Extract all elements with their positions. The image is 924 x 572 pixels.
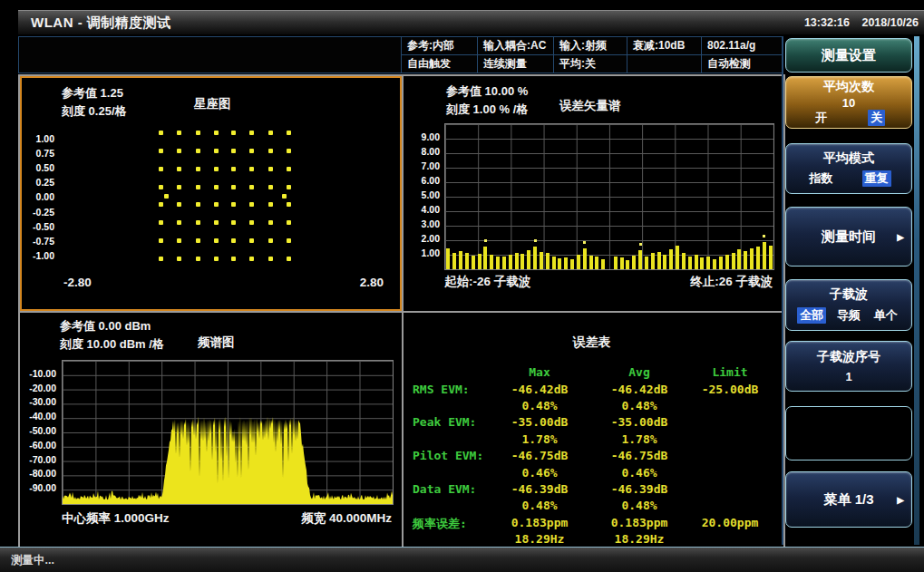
sidebar-scroll-strip xyxy=(914,36,919,545)
evm-grid xyxy=(444,123,774,270)
softkey-measure-setup[interactable]: 测量设置 xyxy=(785,38,912,73)
softkey-subcarrier-index[interactable]: 子载波序号1 xyxy=(785,341,912,392)
y-tick-label: 1.00 xyxy=(24,133,54,144)
constellation-panel[interactable]: 参考值 1.25 刻度 0.25/格 星座图 -2.80 2.80 1.000.… xyxy=(20,76,402,311)
evm-bar xyxy=(669,249,673,269)
clock: 13:32:16 2018/10/26 xyxy=(795,16,919,29)
evm-end-label: 终止:26 子载波 xyxy=(690,274,773,290)
constellation-point xyxy=(196,257,200,261)
constellation-point xyxy=(231,167,236,171)
spectrum-center-freq: 中心频率 1.000GHz xyxy=(62,510,170,527)
softkey-options: 开关 xyxy=(793,110,904,126)
softkey-measure-time[interactable]: 测量时间▶ xyxy=(785,207,912,267)
cell-value: -35.00dB xyxy=(492,415,587,429)
evm-bar xyxy=(595,257,598,269)
error-table-header: MaxAvgLimit xyxy=(404,365,780,382)
constellation-plot xyxy=(22,78,400,309)
option-导频[interactable]: 导频 xyxy=(834,307,863,324)
softkey-blank[interactable] xyxy=(785,406,912,461)
constellation-point xyxy=(268,238,273,243)
option-全部[interactable]: 全部 xyxy=(797,307,826,324)
evm-bar xyxy=(570,259,574,269)
softkey-title: 平均次数 xyxy=(793,79,904,95)
option-重复[interactable]: 重复 xyxy=(862,170,891,187)
evm-spectrum-panel[interactable]: 参考值 10.00 % 刻度 1.00 % /格 误差矢量谱 起始:-26 子载… xyxy=(404,76,780,311)
evm-bar xyxy=(577,255,580,269)
y-tick-label: 6.00 xyxy=(405,175,440,186)
error-table-row: Pilot EVM:-46.75dB-46.75dB xyxy=(404,449,780,465)
evm-start-label: 起始:-26 子载波 xyxy=(444,274,530,290)
error-table-row: 频率误差:0.183ppm0.183ppm20.00ppm xyxy=(404,516,780,532)
evm-bar xyxy=(750,248,754,269)
cell-value: 0.48% xyxy=(592,499,686,512)
y-tick-label: 2.00 xyxy=(405,233,440,244)
constellation-point xyxy=(214,238,219,243)
cell-value: -46.39dB xyxy=(492,482,587,496)
evm-bar xyxy=(732,253,735,269)
y-tick-label: -10.00 xyxy=(22,368,56,379)
y-tick-label: -30.00 xyxy=(22,396,56,407)
softkey-average-count[interactable]: 平均次数10开关 xyxy=(785,76,912,129)
evm-bar xyxy=(713,259,716,269)
status-bar: 测量中... xyxy=(0,547,924,572)
evm-bar xyxy=(583,248,587,269)
softkey-menu-page[interactable]: 菜单 1/3▶ xyxy=(785,471,912,528)
evm-bar xyxy=(725,255,729,269)
evm-bar xyxy=(472,256,475,269)
evm-bar xyxy=(558,258,561,269)
y-tick-label: -1.00 xyxy=(24,250,54,261)
constellation-point xyxy=(159,257,163,261)
evm-bar xyxy=(546,253,550,269)
softkey-average-mode[interactable]: 平均模式指数重复 xyxy=(785,143,912,194)
y-tick-label: 0.50 xyxy=(24,162,54,173)
error-table-panel[interactable]: 误差表 MaxAvgLimitRMS EVM:-46.42dB-46.42dB-… xyxy=(404,313,780,543)
option-单个[interactable]: 单个 xyxy=(871,307,900,324)
constellation-point xyxy=(249,257,254,261)
evm-marker xyxy=(763,235,765,238)
cell-value: 1.78% xyxy=(492,432,587,446)
constellation-point xyxy=(177,167,181,171)
error-table-row: 0.48%0.48% xyxy=(404,499,780,515)
evm-bar xyxy=(564,257,568,269)
y-tick-label: -90.00 xyxy=(22,482,56,493)
constellation-point xyxy=(231,220,236,225)
y-tick-label: 8.00 xyxy=(405,146,440,157)
error-table: MaxAvgLimitRMS EVM:-46.42dB-46.42dB-25.0… xyxy=(404,313,780,543)
constellation-x-min: -2.80 xyxy=(63,276,92,289)
spectrum-panel[interactable]: 参考值 0.00 dBm 刻度 10.00 dBm /格 频谱图 中心频率 1.… xyxy=(20,313,402,543)
evm-bar xyxy=(614,257,618,269)
softkey-subcarrier[interactable]: 子载波全部导频单个 xyxy=(785,279,912,331)
cell-value: 0.183ppm xyxy=(492,516,587,529)
option-指数[interactable]: 指数 xyxy=(807,170,836,187)
y-tick-label: 9.00 xyxy=(405,131,440,142)
option-关[interactable]: 关 xyxy=(868,110,885,126)
constellation-point xyxy=(249,202,254,207)
constellation-point xyxy=(287,202,291,207)
row-label: Peak EVM: xyxy=(413,415,476,429)
setting-item: 平均:关 xyxy=(553,55,627,73)
setting-item: 自动检测 xyxy=(701,55,783,73)
option-开[interactable]: 开 xyxy=(812,110,830,126)
column-header: Limit xyxy=(683,365,777,379)
cell-value: 0.46% xyxy=(592,466,686,480)
constellation-point xyxy=(177,131,181,135)
app-title: WLAN - 调制精度测试 xyxy=(18,15,171,32)
constellation-point xyxy=(268,220,273,225)
evm-bar xyxy=(657,252,661,269)
constellation-point xyxy=(177,149,181,153)
evm-bar xyxy=(490,255,493,269)
softkey-label: 菜单 1/3 xyxy=(823,491,873,509)
y-tick-label: 3.00 xyxy=(405,218,440,229)
constellation-point xyxy=(159,220,163,225)
evm-bar xyxy=(533,247,537,269)
constellation-point xyxy=(214,185,219,189)
sidebar-separator xyxy=(782,36,783,545)
evm-marker xyxy=(484,239,487,242)
constellation-point xyxy=(268,257,273,261)
cell-value: -46.75dB xyxy=(592,449,686,462)
y-tick-label: -0.50 xyxy=(24,221,54,232)
constellation-point xyxy=(231,238,236,243)
constellation-point xyxy=(287,185,291,189)
constellation-point xyxy=(159,131,163,135)
pilot-point xyxy=(164,194,169,199)
